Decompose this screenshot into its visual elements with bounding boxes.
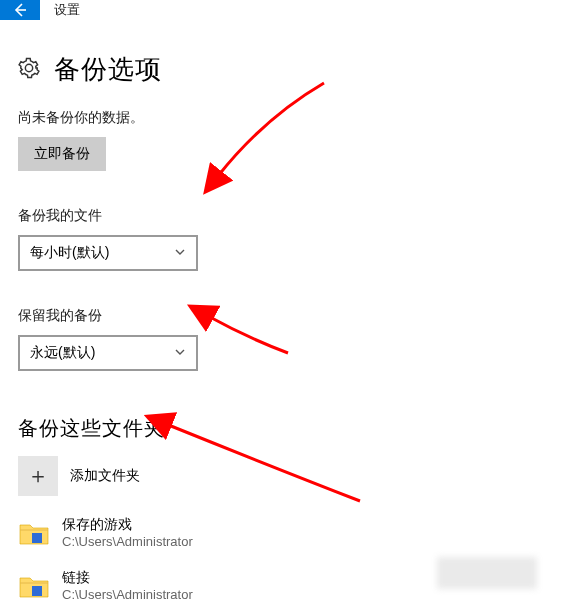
- backup-frequency-value: 每小时(默认): [30, 244, 109, 262]
- app-title: 设置: [40, 0, 80, 20]
- arrow-left-icon: [12, 2, 28, 18]
- gear-icon: [18, 57, 40, 83]
- backup-frequency-label: 备份我的文件: [18, 207, 559, 225]
- add-folder-label: 添加文件夹: [70, 467, 140, 485]
- back-button[interactable]: [0, 0, 40, 20]
- backup-now-button[interactable]: 立即备份: [18, 137, 106, 171]
- folders-heading: 备份这些文件夹: [18, 415, 559, 442]
- page-title: 备份选项: [54, 52, 162, 87]
- add-folder-row[interactable]: ＋ 添加文件夹: [18, 456, 559, 496]
- folder-name: 链接: [62, 569, 193, 587]
- svg-rect-1: [32, 586, 42, 596]
- folder-path: C:\Users\Administrator: [62, 534, 193, 549]
- chevron-down-icon: [174, 245, 186, 261]
- svg-rect-0: [32, 533, 42, 543]
- folder-icon: [18, 519, 50, 547]
- folder-icon: [18, 572, 50, 600]
- folder-name: 保存的游戏: [62, 516, 193, 534]
- backup-frequency-select[interactable]: 每小时(默认): [18, 235, 198, 271]
- folder-item[interactable]: 保存的游戏 C:\Users\Administrator: [18, 516, 559, 549]
- retention-label: 保留我的备份: [18, 307, 559, 325]
- retention-select[interactable]: 永远(默认): [18, 335, 198, 371]
- plus-icon: ＋: [18, 456, 58, 496]
- chevron-down-icon: [174, 345, 186, 361]
- folder-path: C:\Users\Administrator: [62, 587, 193, 602]
- retention-value: 永远(默认): [30, 344, 95, 362]
- backup-status-text: 尚未备份你的数据。: [18, 109, 559, 127]
- blurred-region: [437, 557, 537, 589]
